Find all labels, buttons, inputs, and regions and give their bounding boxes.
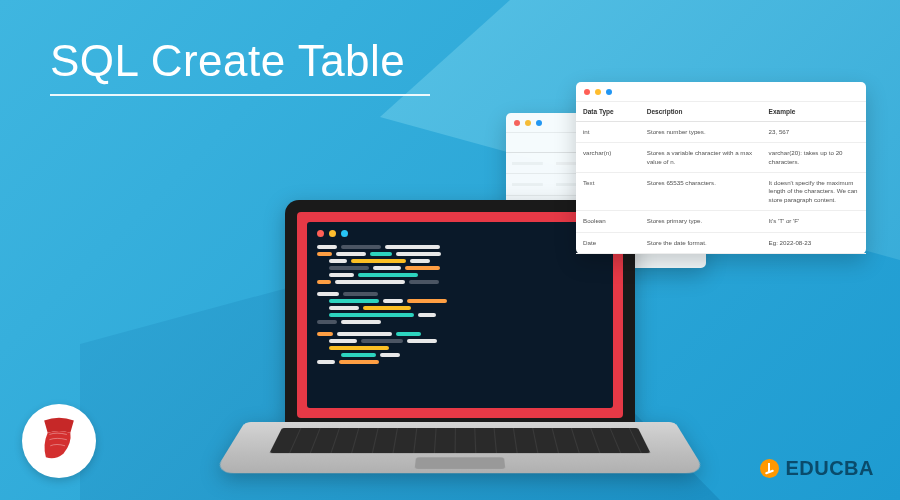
laptop-keys — [269, 428, 650, 453]
table-row: Text Stores 65535 characters. It doesn't… — [576, 173, 866, 211]
cell-desc: Stores a variable character with a max v… — [640, 143, 762, 173]
col-header-type: Data Type — [576, 102, 640, 122]
table-row: Date Store the date format. Eg: 2022-08-… — [576, 232, 866, 253]
cell-type: Date — [576, 232, 640, 253]
col-header-desc: Description — [640, 102, 762, 122]
popup-titlebar — [576, 82, 866, 102]
cell-example: It's 'T' or 'F' — [762, 211, 866, 232]
laptop-screen — [297, 212, 623, 418]
cell-type: varchar(n) — [576, 143, 640, 173]
laptop-keyboard-base — [214, 422, 707, 473]
code-editor-window — [307, 222, 613, 408]
window-dot-blue — [606, 89, 612, 95]
cell-desc: Stores 65535 characters. — [640, 173, 762, 211]
col-header-example: Example — [762, 102, 866, 122]
cell-desc: Store the date format. — [640, 232, 762, 253]
cell-type: Boolean — [576, 211, 640, 232]
cell-desc: Stores number types. — [640, 122, 762, 143]
cell-type: Text — [576, 173, 640, 211]
cell-example: Eg: 2022-08-23 — [762, 232, 866, 253]
window-dot-yellow — [329, 230, 336, 237]
table-row: varchar(n) Stores a variable character w… — [576, 143, 866, 173]
window-dot-blue — [341, 230, 348, 237]
cell-example: 23, 567 — [762, 122, 866, 143]
cell-desc: Stores primary type. — [640, 211, 762, 232]
cell-example: It doesn't specify the maximum length of… — [762, 173, 866, 211]
window-dot-red — [584, 89, 590, 95]
data-types-table: Data Type Description Example int Stores… — [576, 102, 866, 254]
table-row: Boolean Stores primary type. It's 'T' or… — [576, 211, 866, 232]
cell-example: varchar(20): takes up to 20 characters. — [762, 143, 866, 173]
window-dot-yellow — [595, 89, 601, 95]
cell-type: int — [576, 122, 640, 143]
window-dot-red — [317, 230, 324, 237]
window-controls — [317, 230, 603, 237]
table-header-row: Data Type Description Example — [576, 102, 866, 122]
table-row: int Stores number types. 23, 567 — [576, 122, 866, 143]
banner-canvas: SQL Create Table — [0, 0, 900, 500]
laptop-trackpad — [415, 457, 506, 468]
data-types-popup: Data Type Description Example int Stores… — [576, 82, 866, 254]
